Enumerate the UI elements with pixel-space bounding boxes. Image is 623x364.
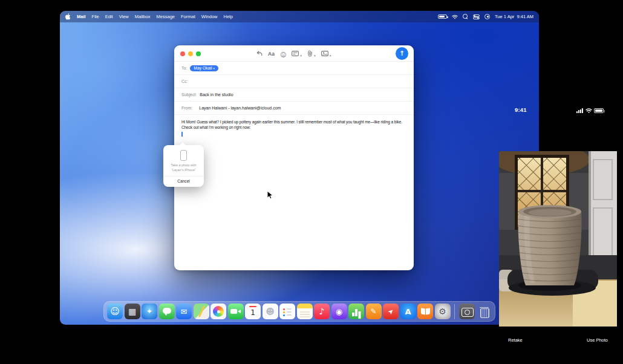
dock-icon-books[interactable] [417,304,433,319]
iphone-icon [180,150,187,161]
dock-icon-camera-capture[interactable] [459,304,475,319]
pottery-photo [499,151,617,327]
dock-icon-pages[interactable] [366,304,382,319]
dock-icon-safari[interactable] [142,304,157,319]
menu-mailbox[interactable]: Mailbox [135,14,151,19]
subject-value: Back in the studio [200,93,233,97]
dock-icon-calendar[interactable] [245,304,261,319]
dock-icon-mail[interactable] [176,304,192,319]
menu-file[interactable]: File [92,14,99,19]
dock-icon-music[interactable] [314,304,330,319]
chevron-down-icon [300,48,302,59]
menu-window[interactable]: Window [201,14,218,19]
insert-photo-button[interactable] [321,48,331,59]
menu-bar-clock[interactable]: Tue 1 Apr 9:41 AM [495,14,533,19]
compose-header-fields: To: May Okail Cc: Subject: Back in the s… [174,62,414,115]
text-format-icon[interactable]: Aa [268,51,275,57]
menu-bar-status-area: Tue 1 Apr 9:41 AM [438,14,533,19]
wifi-icon[interactable] [452,15,458,19]
dock-icon-podcasts[interactable] [331,304,347,319]
dock-icon-maps[interactable] [194,304,209,319]
spotlight-search-icon[interactable] [463,14,468,19]
dock-icon-launchpad[interactable] [125,304,140,319]
message-text: Hi Mom! Guess what? I picked up pottery … [181,119,406,130]
cancel-button[interactable]: Cancel [163,177,204,187]
menu-view[interactable]: View [119,14,129,19]
send-button[interactable] [396,47,408,60]
emoji-picker-icon[interactable] [280,48,286,59]
iphone-status-time: 9:41 [515,106,527,113]
popup-line1: Take a photo with [165,163,202,168]
chevron-down-icon [330,48,331,59]
minimize-button[interactable] [188,51,193,56]
menu-message[interactable]: Message [157,14,175,19]
battery-icon [594,108,604,113]
use-photo-button[interactable]: Use Photo [587,337,608,343]
battery-icon[interactable] [438,15,447,19]
user-switch-icon[interactable] [484,14,490,19]
menu-format[interactable]: Format [181,14,195,19]
popup-line2: “Layan’s iPhone” [165,168,202,173]
window-titlebar[interactable]: Aa [174,45,414,62]
dock-icon-reminders[interactable] [279,304,295,319]
chevron-down-icon [214,66,215,70]
dock-icon-messages[interactable] [159,304,175,319]
dock-icon-trash[interactable] [476,304,492,319]
to-label: To: [181,66,187,70]
camera-controls-bar: Retake Use Photo [499,327,617,353]
dock-icon-numbers[interactable] [348,304,364,319]
recipient-name: May Okail [194,66,212,70]
desktop-wallpaper[interactable]: Mail File Edit View Mailbox Message Form… [60,11,539,325]
menu-edit[interactable]: Edit [105,14,113,19]
attach-file-button[interactable] [307,48,316,59]
from-label: From: [181,106,192,110]
screenshot-root: Mail File Edit View Mailbox Message Form… [0,0,623,364]
dock-icon-settings[interactable] [435,304,451,319]
menu-bar: Mail File Edit View Mailbox Message Form… [60,11,539,22]
cc-field[interactable]: Cc: [174,75,414,88]
mouse-pointer [267,190,273,200]
menu-app-name[interactable]: Mail [77,14,86,19]
close-button[interactable] [180,51,185,56]
camera-preview [499,151,617,327]
control-center-icon[interactable] [473,15,480,19]
dock-icon-news[interactable] [383,304,399,319]
dock-icon-notes[interactable] [297,304,313,319]
compose-toolbar: Aa [256,45,331,62]
zoom-button[interactable] [196,51,201,56]
insertion-caret [181,132,183,137]
cellular-signal-icon [576,108,583,113]
recipient-token[interactable]: May Okail [190,65,218,71]
dock-icon-appstore[interactable] [400,304,416,319]
from-field[interactable]: From: Layan Halwani - layan.halwani@iclo… [174,102,414,115]
popup-message: Take a photo with “Layan’s iPhone” [163,163,204,173]
from-value: Layan Halwani - layan.halwani@icloud.com [199,106,281,110]
dock [103,301,495,322]
apple-menu-icon[interactable] [65,13,71,20]
cc-label: Cc: [181,79,188,83]
to-field[interactable]: To: May Okail [174,62,414,75]
subject-label: Subject: [181,93,197,97]
dock-icon-finder[interactable] [107,304,123,319]
retake-button[interactable]: Retake [508,337,523,343]
menu-help[interactable]: Help [223,14,232,19]
header-fields-button[interactable] [292,48,302,59]
continuity-camera-popup: Take a photo with “Layan’s iPhone” Cance… [163,145,204,187]
chevron-down-icon [314,48,316,59]
mail-compose-window: Aa [174,45,414,270]
iphone-status-icons [576,108,604,113]
dock-icon-contacts[interactable] [263,304,278,319]
dock-divider [454,304,455,319]
undo-icon[interactable] [256,51,263,56]
window-controls [180,51,201,56]
dock-icon-photos[interactable] [210,304,226,319]
dock-icon-facetime[interactable] [228,304,244,319]
wifi-icon [585,108,592,113]
message-body[interactable]: Hi Mom! Guess what? I picked up pottery … [174,115,414,141]
subject-field[interactable]: Subject: Back in the studio [174,88,414,102]
